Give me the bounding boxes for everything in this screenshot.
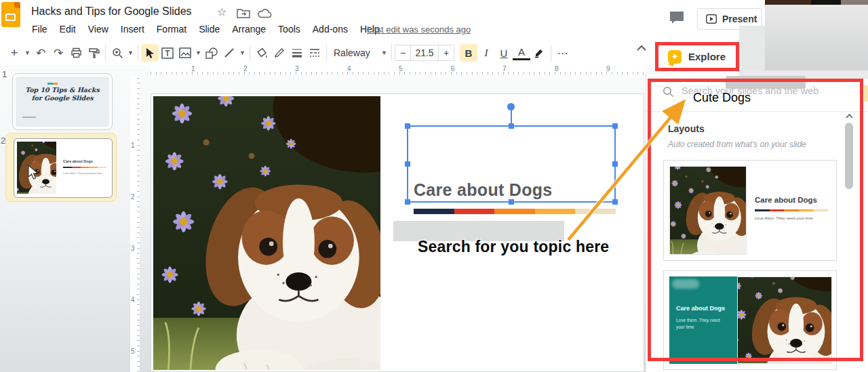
handle-e[interactable] — [612, 161, 618, 167]
handle-s[interactable] — [509, 199, 514, 205]
handle-w[interactable] — [405, 161, 410, 167]
underline-button[interactable]: U — [495, 44, 513, 62]
grey-overlay-a — [765, 5, 868, 72]
bold-button[interactable]: B — [460, 44, 477, 62]
logo-fold — [14, 2, 20, 8]
comment-history-icon[interactable] — [669, 10, 686, 26]
slide-textbox-title[interactable]: Care about Dogs — [414, 180, 553, 200]
slide-puppy-photo[interactable] — [153, 96, 380, 370]
handle-se[interactable] — [612, 199, 618, 205]
present-play-icon — [706, 14, 717, 24]
handle-ne[interactable] — [612, 123, 618, 129]
menu-bar: File Edit View Insert Format Slide Arran… — [26, 23, 386, 37]
redo-button[interactable]: ↷ — [50, 44, 67, 62]
font-size-increase[interactable]: + — [438, 45, 454, 61]
menu-slide[interactable]: Slide — [193, 23, 226, 37]
star-icon[interactable]: ☆ — [217, 5, 226, 18]
explore-button-highlight-box[interactable]: ✦ Explore — [655, 42, 739, 71]
menu-addons[interactable]: Add-ons — [307, 23, 354, 37]
select-tool-button[interactable] — [141, 44, 159, 62]
font-family-dropdown[interactable]: ▼ — [380, 44, 389, 62]
zoom-button[interactable] — [108, 44, 126, 62]
insert-image-button[interactable] — [176, 44, 194, 62]
slide2-thumbnail[interactable]: Care about Dogs Love them. They need you… — [14, 138, 113, 198]
border-dash-button[interactable] — [306, 44, 323, 62]
menu-arrange[interactable]: Arrange — [226, 23, 272, 37]
yellow-edge-sliver — [864, 85, 868, 102]
google-slides-window: Hacks and Tips for Google Slides ☆ File … — [0, 0, 868, 372]
text-color-button[interactable]: A — [513, 45, 530, 60]
menu-insert[interactable]: Insert — [115, 23, 151, 37]
menu-format[interactable]: Format — [151, 23, 193, 37]
handle-sw[interactable] — [405, 199, 410, 205]
new-slide-button[interactable]: + — [5, 44, 23, 62]
new-slide-dropdown[interactable]: ▼ — [23, 44, 32, 62]
print-button[interactable] — [67, 44, 85, 62]
header-bar: Hacks and Tips for Google Slides ☆ File … — [0, 0, 868, 41]
font-family-select[interactable]: Raleway — [330, 47, 380, 58]
thumb2-title: Care about Dogs — [63, 159, 93, 163]
handle-nw[interactable] — [405, 123, 410, 129]
rotation-handle[interactable] — [507, 103, 515, 110]
thumb1-accent-dash — [47, 83, 58, 85]
last-edit-status[interactable]: Last edit was seconds ago — [367, 24, 471, 35]
thumb2-subtitle: Love them. They need your time — [63, 171, 102, 175]
text-box-button[interactable] — [159, 44, 176, 62]
highlight-color-button[interactable] — [530, 44, 548, 62]
logo-slide-shape — [5, 14, 16, 21]
slide1-thumbnail[interactable]: Top 10 Tips & Hacks for Google Slides — [12, 73, 113, 130]
border-color-button[interactable] — [271, 44, 288, 62]
fill-color-button[interactable] — [253, 44, 271, 62]
font-size-value[interactable]: 21.5 — [411, 45, 438, 61]
grey-overlay-b — [739, 26, 765, 72]
cloud-status-icon[interactable] — [258, 9, 272, 18]
explore-icon: ✦ — [668, 50, 682, 64]
slide-color-stripe — [414, 209, 616, 214]
horizontal-ruler: 1 2 3 4 5 6 7 8 9 — [151, 65, 644, 75]
video-edge-strip — [765, 0, 868, 5]
explore-label: Explore — [688, 51, 726, 62]
vertical-ruler: 1 2 3 4 5 — [130, 76, 140, 372]
shape-button[interactable] — [203, 44, 220, 62]
undo-button[interactable]: ↶ — [32, 44, 50, 62]
zoom-dropdown[interactable]: ▼ — [126, 44, 135, 62]
present-label: Present — [722, 14, 757, 24]
google-slides-logo[interactable] — [1, 2, 20, 27]
annotation-instruction: Search for you topic here — [418, 238, 609, 256]
thumb2-photo — [17, 142, 56, 194]
font-size-decrease[interactable]: − — [395, 45, 411, 61]
border-weight-button[interactable] — [288, 44, 306, 62]
explore-panel-highlight-box — [648, 79, 863, 361]
annotation-search-term: Cute Dogs — [693, 91, 751, 105]
move-folder-icon[interactable] — [237, 8, 250, 18]
menu-tools[interactable]: Tools — [272, 23, 307, 37]
italic-button[interactable]: I — [477, 44, 495, 62]
menu-view[interactable]: View — [82, 23, 115, 37]
thumb2-stripe — [63, 167, 106, 168]
menu-file[interactable]: File — [26, 23, 54, 37]
line-tool-dropdown[interactable]: ▼ — [238, 44, 247, 62]
line-tool-button[interactable] — [220, 44, 238, 62]
menu-edit[interactable]: Edit — [54, 23, 82, 37]
document-title[interactable]: Hacks and Tips for Google Slides — [31, 5, 192, 18]
slide1-number: 1 — [2, 69, 7, 79]
insert-image-dropdown[interactable]: ▼ — [194, 44, 203, 62]
collapse-toolbar-icon[interactable] — [636, 45, 647, 51]
more-options-button[interactable]: ⋯ — [554, 44, 572, 62]
thumb1-small-text — [22, 117, 36, 119]
thumb1-title: Top 10 Tips & Hacks for Google Slides — [16, 77, 109, 103]
paint-format-button[interactable] — [85, 44, 102, 62]
handle-n[interactable] — [509, 123, 514, 129]
